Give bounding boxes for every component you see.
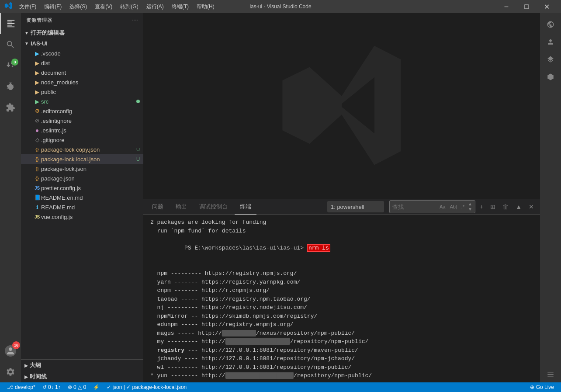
close-button[interactable]: ✕	[537, 0, 557, 13]
sidebar-bottom: ▶ 大纲 ▶ 时间线	[21, 359, 143, 382]
search-next-button[interactable]: ▼	[468, 207, 472, 212]
activity-bottom-section: 16	[0, 340, 21, 382]
tree-label-gitignore: .gitignore	[41, 137, 143, 143]
package-lock-local-icon: {}	[33, 156, 41, 162]
maximize-panel-button[interactable]: ▲	[513, 201, 524, 212]
tree-item-vscode[interactable]: ▶ .vscode	[21, 49, 143, 58]
statusbar-branch[interactable]: ⎇ develop*	[3, 382, 39, 392]
menu-view[interactable]: 查看(V)	[91, 2, 116, 11]
menu-terminal[interactable]: 终端(T)	[168, 2, 192, 11]
search-prev-button[interactable]: ▲	[468, 201, 472, 207]
statusbar-errors[interactable]: ⊗ 0 △ 0	[64, 382, 90, 392]
tree-label-eslintignore: .eslintignore	[41, 118, 143, 124]
activity-scm-icon[interactable]: 3	[0, 55, 21, 76]
project-header[interactable]: ▼ IAS-UI	[21, 38, 143, 49]
tree-item-public[interactable]: ▶ public	[21, 87, 143, 97]
terminal-registry-yarn: yarn ------- https://registry.yarnpkg.co…	[150, 278, 533, 287]
folder-dist-icon: ▶	[33, 60, 41, 66]
blurred-host-1: ██████████	[222, 330, 256, 336]
tree-item-package-lock[interactable]: {} package-lock.json	[21, 164, 143, 173]
tree-item-dist[interactable]: ▶ dist	[21, 58, 143, 68]
timeline-header[interactable]: ▶ 时间线	[21, 371, 143, 382]
terminal-registry-wl: wl --------- http://127.0.0.1:8081/repos…	[150, 363, 533, 372]
outline-header[interactable]: ▶ 大纲	[21, 360, 143, 371]
activity-avatar[interactable]: 16	[0, 340, 21, 361]
tree-item-package-lock-copy[interactable]: {} package-lock copy.json U	[21, 145, 143, 154]
scm-badge: 3	[11, 59, 18, 66]
notification-badge: 16	[12, 341, 20, 349]
open-editors-header[interactable]: ▼ 打开的编辑器	[21, 27, 143, 38]
statusbar-lightning[interactable]: ⚡	[90, 382, 103, 392]
settings-right-icon[interactable]	[543, 367, 558, 382]
tab-problems[interactable]: 问题	[147, 199, 169, 215]
statusbar-file-info[interactable]: ✓ json | ✓ package-lock-local.json	[103, 382, 190, 392]
menu-edit[interactable]: 编辑(E)	[41, 2, 65, 11]
tree-item-gitignore[interactable]: ◇ .gitignore	[21, 135, 143, 145]
tree-item-eslintignore[interactable]: ⊘ .eslintignore	[21, 116, 143, 125]
match-word-button[interactable]: Ab|	[448, 204, 458, 210]
menu-goto[interactable]: 转到(G)	[117, 2, 142, 11]
tree-item-vue-config[interactable]: JS vue.config.js	[21, 212, 143, 222]
menu-help[interactable]: 帮助(H)	[193, 2, 218, 11]
tree-item-readme-en[interactable]: 📘 README.en.md	[21, 193, 143, 202]
terminal-registry-jchaody: jchaody ---- http://127.0.0.1:8081/repos…	[150, 354, 533, 363]
terminal-content[interactable]: 2 packages are looking for funding run `…	[143, 215, 540, 382]
statusbar-go-live[interactable]: ⊕ Go Live	[526, 382, 558, 392]
activity-debug-icon[interactable]	[0, 76, 21, 97]
match-case-button[interactable]: Aa	[438, 204, 447, 210]
tree-item-editorconfig[interactable]: ⚙ .editorconfig	[21, 106, 143, 116]
tree-label-package-json: package.json	[41, 175, 143, 182]
menu-run[interactable]: 运行(A)	[143, 2, 167, 11]
right-sidebar-bottom	[543, 367, 558, 382]
eslintignore-icon: ⊘	[33, 118, 41, 124]
project-chevron-icon: ▼	[24, 41, 29, 46]
tree-item-eslintrc[interactable]: ● .eslintrc.js	[21, 125, 143, 135]
main-layout: 3 16 资源管理器 ⋯ ▼	[0, 13, 561, 382]
prettier-icon: JS	[33, 186, 41, 191]
tree-item-document[interactable]: ▶ document	[21, 68, 143, 77]
terminal-line-1: 2 packages are looking for funding	[150, 218, 533, 227]
tree-item-package-json[interactable]: {} package.json	[21, 173, 143, 183]
terminal-line-2: run `npm fund` for details	[150, 227, 533, 236]
branch-label: develop*	[15, 384, 35, 390]
tree-label-eslintrc: .eslintrc.js	[41, 127, 143, 134]
tree-item-src[interactable]: ▶ src	[21, 97, 143, 106]
close-panel-button[interactable]: ✕	[526, 201, 537, 212]
errors-label: ⊗ 0 △ 0	[68, 384, 86, 390]
tree-item-package-lock-local[interactable]: {} package-lock local.json U	[21, 154, 143, 164]
minimize-button[interactable]: –	[496, 0, 516, 13]
activity-settings-icon[interactable]	[0, 361, 21, 382]
cube-icon[interactable]	[543, 69, 558, 85]
menu-file[interactable]: 文件(F)	[16, 2, 40, 11]
tree-label-src: src	[41, 98, 136, 105]
sidebar-actions[interactable]: ⋯	[132, 17, 138, 24]
remote-icon[interactable]	[543, 17, 558, 32]
tree-label-prettier: prettier.config.js	[41, 185, 143, 191]
maximize-button[interactable]: □	[516, 0, 537, 13]
statusbar: ⎇ develop* ↺ 0↓ 1↑ ⊗ 0 △ 0 ⚡ ✓ json | ✓ …	[0, 382, 561, 392]
layers-icon[interactable]	[543, 52, 558, 67]
open-editors-chevron-icon: ▼	[24, 31, 29, 35]
tab-output[interactable]: 输出	[170, 199, 192, 215]
lightning-icon: ⚡	[93, 384, 100, 390]
tab-debug-console[interactable]: 调试控制台	[194, 199, 233, 215]
activity-explorer-icon[interactable]	[0, 13, 21, 34]
tab-terminal[interactable]: 终端	[235, 199, 256, 215]
terminal-search-input[interactable]	[392, 204, 436, 210]
menu-select[interactable]: 选择(S)	[66, 2, 90, 11]
activity-search-icon[interactable]	[0, 34, 21, 55]
regex-button[interactable]: .*	[460, 204, 466, 210]
terminal-shell-select[interactable]: 1: powershell	[327, 201, 384, 212]
account-icon[interactable]	[543, 34, 558, 50]
activity-extensions-icon[interactable]	[0, 97, 21, 118]
tree-item-prettier[interactable]: JS prettier.config.js	[21, 183, 143, 193]
editor-area	[143, 13, 540, 199]
kill-terminal-button[interactable]: 🗑	[500, 201, 511, 212]
tree-item-readme[interactable]: ℹ README.md	[21, 202, 143, 212]
statusbar-sync[interactable]: ↺ 0↓ 1↑	[39, 382, 64, 392]
tree-label-public: public	[41, 89, 143, 95]
split-terminal-button[interactable]: ⊞	[488, 201, 498, 212]
search-nav-buttons: ▲ ▼	[468, 201, 472, 212]
tree-item-node-modules[interactable]: ▶ node_modules	[21, 77, 143, 87]
new-terminal-button[interactable]: +	[477, 201, 486, 212]
